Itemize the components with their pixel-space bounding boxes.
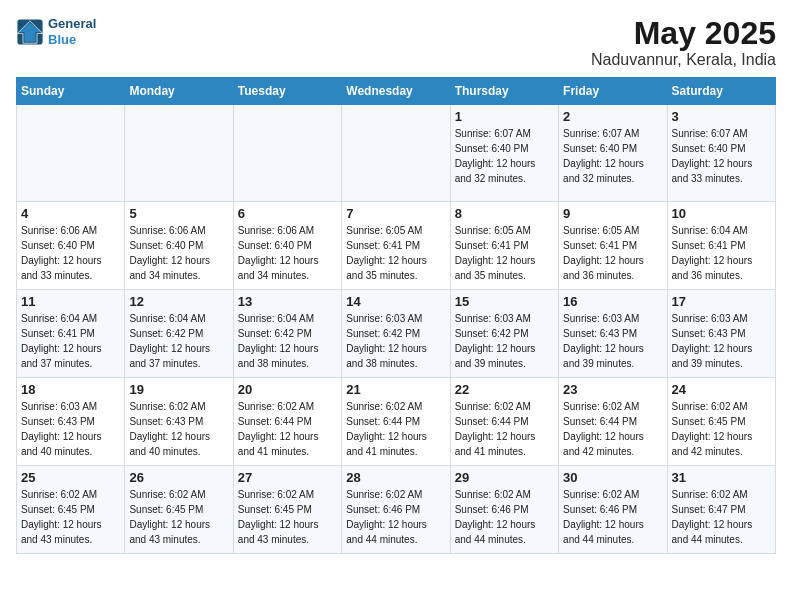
day-number: 7: [346, 206, 445, 221]
cell-info: Sunrise: 6:06 AMSunset: 6:40 PMDaylight:…: [129, 223, 228, 283]
calendar-cell: 12Sunrise: 6:04 AMSunset: 6:42 PMDayligh…: [125, 290, 233, 378]
calendar-cell: [342, 105, 450, 202]
day-number: 25: [21, 470, 120, 485]
day-number: 22: [455, 382, 554, 397]
cell-info: Sunrise: 6:03 AMSunset: 6:43 PMDaylight:…: [563, 311, 662, 371]
logo-icon: [16, 18, 44, 46]
day-number: 19: [129, 382, 228, 397]
cell-info: Sunrise: 6:04 AMSunset: 6:42 PMDaylight:…: [129, 311, 228, 371]
day-number: 1: [455, 109, 554, 124]
calendar-cell: 13Sunrise: 6:04 AMSunset: 6:42 PMDayligh…: [233, 290, 341, 378]
cell-info: Sunrise: 6:07 AMSunset: 6:40 PMDaylight:…: [563, 126, 662, 186]
calendar-header: SundayMondayTuesdayWednesdayThursdayFrid…: [17, 78, 776, 105]
day-number: 4: [21, 206, 120, 221]
calendar-cell: 11Sunrise: 6:04 AMSunset: 6:41 PMDayligh…: [17, 290, 125, 378]
calendar-cell: [233, 105, 341, 202]
calendar-cell: [17, 105, 125, 202]
calendar-cell: [125, 105, 233, 202]
header-cell-thursday: Thursday: [450, 78, 558, 105]
cell-info: Sunrise: 6:04 AMSunset: 6:41 PMDaylight:…: [672, 223, 771, 283]
day-number: 31: [672, 470, 771, 485]
header-cell-friday: Friday: [559, 78, 667, 105]
cell-info: Sunrise: 6:05 AMSunset: 6:41 PMDaylight:…: [346, 223, 445, 283]
day-number: 15: [455, 294, 554, 309]
day-number: 17: [672, 294, 771, 309]
logo-line1: General: [48, 16, 96, 32]
calendar-cell: 24Sunrise: 6:02 AMSunset: 6:45 PMDayligh…: [667, 378, 775, 466]
calendar-cell: 25Sunrise: 6:02 AMSunset: 6:45 PMDayligh…: [17, 466, 125, 554]
calendar-table: SundayMondayTuesdayWednesdayThursdayFrid…: [16, 77, 776, 554]
cell-info: Sunrise: 6:02 AMSunset: 6:44 PMDaylight:…: [455, 399, 554, 459]
day-number: 26: [129, 470, 228, 485]
day-number: 12: [129, 294, 228, 309]
cell-info: Sunrise: 6:02 AMSunset: 6:45 PMDaylight:…: [238, 487, 337, 547]
cell-info: Sunrise: 6:03 AMSunset: 6:43 PMDaylight:…: [672, 311, 771, 371]
cell-info: Sunrise: 6:02 AMSunset: 6:44 PMDaylight:…: [563, 399, 662, 459]
calendar-cell: 21Sunrise: 6:02 AMSunset: 6:44 PMDayligh…: [342, 378, 450, 466]
day-number: 14: [346, 294, 445, 309]
day-number: 29: [455, 470, 554, 485]
header-cell-tuesday: Tuesday: [233, 78, 341, 105]
day-number: 6: [238, 206, 337, 221]
calendar-cell: 29Sunrise: 6:02 AMSunset: 6:46 PMDayligh…: [450, 466, 558, 554]
calendar-cell: 27Sunrise: 6:02 AMSunset: 6:45 PMDayligh…: [233, 466, 341, 554]
cell-info: Sunrise: 6:02 AMSunset: 6:46 PMDaylight:…: [346, 487, 445, 547]
header-cell-saturday: Saturday: [667, 78, 775, 105]
cell-info: Sunrise: 6:06 AMSunset: 6:40 PMDaylight:…: [21, 223, 120, 283]
cell-info: Sunrise: 6:07 AMSunset: 6:40 PMDaylight:…: [455, 126, 554, 186]
logo: General Blue: [16, 16, 96, 47]
header-cell-monday: Monday: [125, 78, 233, 105]
day-number: 13: [238, 294, 337, 309]
calendar-cell: 6Sunrise: 6:06 AMSunset: 6:40 PMDaylight…: [233, 202, 341, 290]
calendar-cell: 16Sunrise: 6:03 AMSunset: 6:43 PMDayligh…: [559, 290, 667, 378]
header: General Blue May 2025 Naduvannur, Kerala…: [16, 16, 776, 69]
day-number: 23: [563, 382, 662, 397]
week-row-4: 18Sunrise: 6:03 AMSunset: 6:43 PMDayligh…: [17, 378, 776, 466]
day-number: 24: [672, 382, 771, 397]
cell-info: Sunrise: 6:03 AMSunset: 6:42 PMDaylight:…: [455, 311, 554, 371]
cell-info: Sunrise: 6:02 AMSunset: 6:46 PMDaylight:…: [455, 487, 554, 547]
cell-info: Sunrise: 6:02 AMSunset: 6:47 PMDaylight:…: [672, 487, 771, 547]
cell-info: Sunrise: 6:04 AMSunset: 6:42 PMDaylight:…: [238, 311, 337, 371]
week-row-1: 1Sunrise: 6:07 AMSunset: 6:40 PMDaylight…: [17, 105, 776, 202]
cell-info: Sunrise: 6:02 AMSunset: 6:44 PMDaylight:…: [238, 399, 337, 459]
day-number: 20: [238, 382, 337, 397]
day-number: 30: [563, 470, 662, 485]
cell-info: Sunrise: 6:06 AMSunset: 6:40 PMDaylight:…: [238, 223, 337, 283]
calendar-cell: 18Sunrise: 6:03 AMSunset: 6:43 PMDayligh…: [17, 378, 125, 466]
day-number: 3: [672, 109, 771, 124]
calendar-cell: 10Sunrise: 6:04 AMSunset: 6:41 PMDayligh…: [667, 202, 775, 290]
calendar-cell: 28Sunrise: 6:02 AMSunset: 6:46 PMDayligh…: [342, 466, 450, 554]
cell-info: Sunrise: 6:02 AMSunset: 6:45 PMDaylight:…: [672, 399, 771, 459]
cell-info: Sunrise: 6:03 AMSunset: 6:43 PMDaylight:…: [21, 399, 120, 459]
logo-text: General Blue: [48, 16, 96, 47]
page-subtitle: Naduvannur, Kerala, India: [591, 51, 776, 69]
calendar-cell: 20Sunrise: 6:02 AMSunset: 6:44 PMDayligh…: [233, 378, 341, 466]
title-area: May 2025 Naduvannur, Kerala, India: [591, 16, 776, 69]
day-number: 28: [346, 470, 445, 485]
header-cell-sunday: Sunday: [17, 78, 125, 105]
day-number: 21: [346, 382, 445, 397]
calendar-cell: 3Sunrise: 6:07 AMSunset: 6:40 PMDaylight…: [667, 105, 775, 202]
calendar-cell: 22Sunrise: 6:02 AMSunset: 6:44 PMDayligh…: [450, 378, 558, 466]
cell-info: Sunrise: 6:02 AMSunset: 6:46 PMDaylight:…: [563, 487, 662, 547]
cell-info: Sunrise: 6:02 AMSunset: 6:43 PMDaylight:…: [129, 399, 228, 459]
week-row-3: 11Sunrise: 6:04 AMSunset: 6:41 PMDayligh…: [17, 290, 776, 378]
cell-info: Sunrise: 6:02 AMSunset: 6:45 PMDaylight:…: [129, 487, 228, 547]
calendar-cell: 9Sunrise: 6:05 AMSunset: 6:41 PMDaylight…: [559, 202, 667, 290]
day-number: 11: [21, 294, 120, 309]
week-row-2: 4Sunrise: 6:06 AMSunset: 6:40 PMDaylight…: [17, 202, 776, 290]
calendar-cell: 8Sunrise: 6:05 AMSunset: 6:41 PMDaylight…: [450, 202, 558, 290]
calendar-body: 1Sunrise: 6:07 AMSunset: 6:40 PMDaylight…: [17, 105, 776, 554]
cell-info: Sunrise: 6:07 AMSunset: 6:40 PMDaylight:…: [672, 126, 771, 186]
calendar-cell: 26Sunrise: 6:02 AMSunset: 6:45 PMDayligh…: [125, 466, 233, 554]
week-row-5: 25Sunrise: 6:02 AMSunset: 6:45 PMDayligh…: [17, 466, 776, 554]
header-cell-wednesday: Wednesday: [342, 78, 450, 105]
calendar-cell: 31Sunrise: 6:02 AMSunset: 6:47 PMDayligh…: [667, 466, 775, 554]
day-number: 27: [238, 470, 337, 485]
logo-line2: Blue: [48, 32, 96, 48]
day-number: 5: [129, 206, 228, 221]
day-number: 9: [563, 206, 662, 221]
calendar-cell: 30Sunrise: 6:02 AMSunset: 6:46 PMDayligh…: [559, 466, 667, 554]
calendar-cell: 19Sunrise: 6:02 AMSunset: 6:43 PMDayligh…: [125, 378, 233, 466]
